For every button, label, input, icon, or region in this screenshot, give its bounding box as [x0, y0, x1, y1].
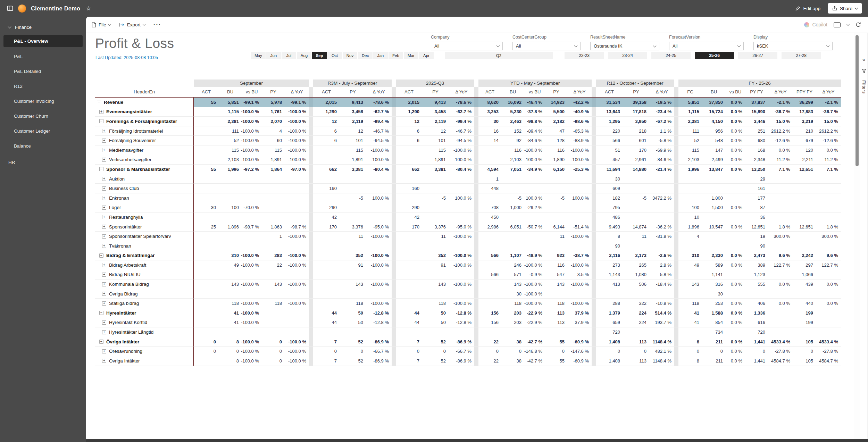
expand-icon[interactable]: + — [102, 177, 106, 181]
year-button-24-25[interactable]: 24-25 — [651, 52, 691, 59]
row-label-verksamhetsavgifter[interactable]: +Verksamhetsavgifter — [95, 155, 194, 165]
expand-icon[interactable]: + — [102, 244, 106, 248]
expand-icon[interactable]: + — [102, 129, 106, 133]
month-button-jun[interactable]: Jun — [266, 52, 281, 59]
row-label-bidrag-arbetskraft[interactable]: +Bidrag Arbetskraft — [95, 260, 194, 270]
quarter-button-q2[interactable]: Q2 — [445, 52, 553, 59]
expand-icon[interactable]: + — [102, 225, 106, 229]
month-button-may[interactable]: May — [251, 52, 266, 59]
row-label-öresavrundning[interactable]: +Öresavrundning — [95, 347, 194, 356]
edit-app-button[interactable]: Edit app — [795, 6, 820, 11]
year-button-26-27[interactable]: 26-27 — [738, 52, 777, 59]
row-label-sponsorintäkter[interactable]: +Sponsorintäkter — [95, 222, 194, 232]
view-mode-icon[interactable] — [834, 22, 841, 27]
more-options-button[interactable]: ··· — [153, 21, 161, 28]
row-label-sponsorintäkter-spelarförvärv[interactable]: +Sponsorintäkter Spelarförvärv — [95, 232, 194, 241]
year-button-25-26[interactable]: 25-26 — [695, 52, 734, 59]
copilot-button[interactable]: Copilot — [804, 22, 827, 27]
expand-icon[interactable]: + — [102, 215, 106, 219]
row-label-försäljning-souvenirer[interactable]: +Försäljning Souvenirer — [95, 136, 194, 145]
month-button-mar[interactable]: Mar — [404, 52, 418, 59]
vertical-scrollbar[interactable] — [854, 33, 860, 439]
expand-icon[interactable]: − — [99, 167, 103, 171]
row-label-loger[interactable]: +Loger — [95, 203, 194, 213]
sidebar-item-p-l[interactable]: P&L — [0, 49, 86, 64]
row-label-övriga-intäkter[interactable]: +Övriga Intäkter — [95, 356, 194, 366]
expand-icon[interactable]: + — [102, 292, 106, 296]
row-label-business-club[interactable]: +Business Club — [95, 184, 194, 193]
row-label-evenemangsintäkter[interactable]: +Evenemangsintäkter — [95, 107, 194, 117]
row-label-auktion[interactable]: +Auktion — [95, 174, 194, 184]
expand-icon[interactable]: + — [102, 186, 106, 191]
month-button-apr[interactable]: Apr — [419, 52, 434, 59]
expand-icon[interactable]: + — [102, 196, 106, 200]
month-button-sep[interactable]: Sep — [312, 52, 327, 59]
expand-icon[interactable]: − — [99, 253, 103, 258]
expand-icon[interactable]: + — [102, 282, 106, 286]
filter-funnel-icon[interactable] — [862, 69, 866, 73]
row-label-övriga-bidrag[interactable]: +Övriga Bidrag — [95, 289, 194, 299]
expand-icon[interactable]: + — [102, 158, 106, 162]
row-label-hyresintäkter-långtid[interactable]: +HyresIntäkter Långtid — [95, 327, 194, 337]
sidebar-group-hr[interactable]: HR — [0, 155, 86, 170]
expand-icon[interactable]: + — [102, 234, 106, 239]
expand-icon[interactable]: − — [99, 119, 103, 123]
sidebar-item-customer-invoicing[interactable]: Customer Invoicing — [0, 94, 86, 109]
row-label-restauranghylla[interactable]: +Restauranghylla — [95, 212, 194, 222]
month-button-nov[interactable]: Nov — [343, 52, 357, 59]
expand-icon[interactable]: + — [102, 301, 106, 306]
sidebar-group-finance[interactable]: Finance — [0, 21, 86, 33]
row-label-enkronan[interactable]: +Enkronan — [95, 193, 194, 203]
row-label-kommunala-bidrag[interactable]: +Kommunala Bidrag — [95, 280, 194, 289]
sidebar-item-customer-ledger[interactable]: Customer Ledger — [0, 124, 86, 139]
row-label-medlemsavgifter[interactable]: +Medlemsavgifter — [95, 145, 194, 155]
sidebar-item-p-l-overview[interactable]: P&L - Overview — [3, 35, 83, 47]
expand-icon[interactable]: + — [99, 110, 103, 114]
row-label-statliga-bidrag[interactable]: +Statliga bidrag — [95, 299, 194, 308]
filter-dropdown-forecastversion[interactable]: All — [669, 42, 744, 50]
expand-icon[interactable]: − — [97, 100, 101, 104]
expand-icon[interactable]: + — [102, 263, 106, 267]
month-button-aug[interactable]: Aug — [297, 52, 311, 59]
filters-pane-label[interactable]: Filters — [861, 80, 867, 94]
row-label-revenue[interactable]: −Revenue — [95, 98, 194, 107]
sidebar-item-balance[interactable]: Balance — [0, 139, 86, 153]
favorite-star-icon[interactable]: ☆ — [86, 5, 91, 12]
panel-toggle-icon[interactable] — [7, 5, 13, 11]
file-menu[interactable]: File — [92, 22, 111, 27]
expand-icon[interactable]: + — [102, 330, 106, 334]
filter-dropdown-resultsheetname[interactable]: Östersunds IK — [590, 42, 659, 50]
filter-dropdown-company[interactable]: All — [431, 42, 503, 50]
sidebar-item-customer-churn[interactable]: Customer Churn — [0, 109, 86, 124]
refresh-icon[interactable] — [856, 22, 861, 27]
expand-icon[interactable]: + — [102, 359, 106, 363]
share-button[interactable]: Share — [828, 3, 862, 14]
expand-icon[interactable]: + — [102, 320, 106, 325]
row-label-bidrag-niu-liu[interactable]: +Bidrag NIU/LIU — [95, 270, 194, 280]
row-label-sponsor-marknadsintäkter[interactable]: −Sponsor & Marknadsintäkter — [95, 165, 194, 174]
month-button-oct[interactable]: Oct — [327, 52, 342, 59]
expand-icon[interactable]: − — [99, 340, 103, 344]
chevron-down-icon[interactable] — [846, 23, 850, 26]
sidebar-item-r12[interactable]: R12 — [0, 79, 86, 94]
scrollbar-thumb[interactable] — [856, 35, 859, 166]
expand-icon[interactable]: + — [102, 139, 106, 143]
filter-dropdown-display[interactable]: kSEK — [753, 42, 833, 50]
month-button-feb[interactable]: Feb — [389, 52, 403, 59]
row-label-försäljning-idrottsmateriel[interactable]: +Försäljning Idrottsmateriel — [95, 126, 194, 136]
row-label-tvåkronan[interactable]: +Tvåkronan — [95, 241, 194, 251]
year-button-27-28[interactable]: 27-28 — [782, 52, 821, 59]
row-label-bidrag-ersättningar[interactable]: −Bidrag & Ersättningar — [95, 251, 194, 261]
month-button-jan[interactable]: Jan — [373, 52, 388, 59]
row-label-hyresintäkter[interactable]: −Hyresintäkter — [95, 308, 194, 318]
expand-icon[interactable]: − — [99, 311, 103, 315]
expand-icon[interactable]: + — [102, 349, 106, 353]
expand-icon[interactable]: + — [102, 273, 106, 277]
filter-dropdown-costcentergroup[interactable]: All — [512, 42, 581, 50]
row-label-övriga-intäkter[interactable]: −Övriga Intäkter — [95, 337, 194, 347]
month-button-jul[interactable]: Jul — [282, 52, 296, 59]
row-label-förenings-försäljningintäkter[interactable]: −Förenings & Försäljningintäkter — [95, 117, 194, 126]
export-menu[interactable]: Export — [119, 22, 145, 27]
month-button-dec[interactable]: Dec — [358, 52, 373, 59]
year-button-22-23[interactable]: 22-23 — [565, 52, 604, 59]
